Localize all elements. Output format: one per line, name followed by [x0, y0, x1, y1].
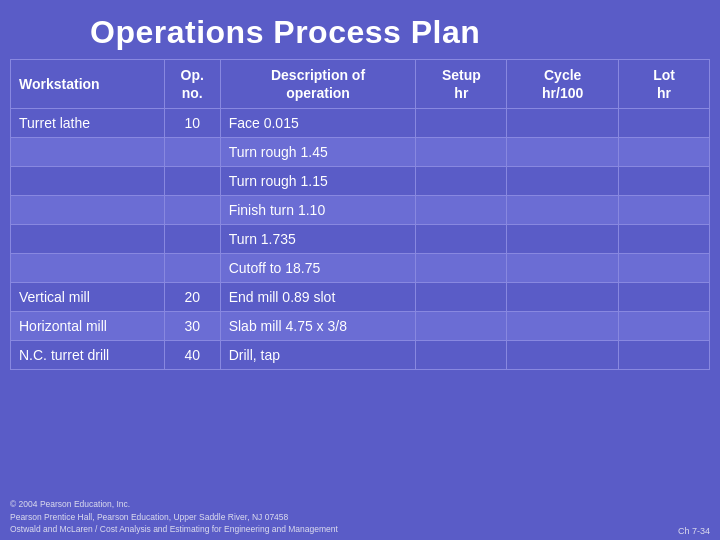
- cell-setup: [416, 312, 507, 341]
- header-cycle: Cyclehr/100: [507, 60, 619, 109]
- cell-lot: [619, 196, 710, 225]
- cell-desc: Cutoff to 18.75: [220, 254, 416, 283]
- operations-table: Workstation Op.no. Description ofoperati…: [10, 59, 710, 370]
- cell-desc: Face 0.015: [220, 109, 416, 138]
- cell-workstation: [11, 138, 165, 167]
- cell-opno: 30: [164, 312, 220, 341]
- cell-setup: [416, 167, 507, 196]
- page: Operations Process Plan Workstation Op.n…: [0, 0, 720, 540]
- cell-opno: [164, 138, 220, 167]
- cell-setup: [416, 109, 507, 138]
- cell-cycle: [507, 109, 619, 138]
- cell-opno: [164, 196, 220, 225]
- cell-lot: [619, 312, 710, 341]
- cell-opno: [164, 167, 220, 196]
- cell-setup: [416, 225, 507, 254]
- cell-workstation: [11, 225, 165, 254]
- cell-cycle: [507, 312, 619, 341]
- cell-lot: [619, 254, 710, 283]
- cell-cycle: [507, 254, 619, 283]
- cell-lot: [619, 167, 710, 196]
- cell-desc: Turn rough 1.45: [220, 138, 416, 167]
- cell-workstation: [11, 254, 165, 283]
- header-lot: Lothr: [619, 60, 710, 109]
- table-row: Finish turn 1.10: [11, 196, 710, 225]
- cell-setup: [416, 341, 507, 370]
- table-body: Turret lathe10Face 0.015Turn rough 1.45T…: [11, 109, 710, 370]
- cell-opno: 40: [164, 341, 220, 370]
- table-row: Turret lathe10Face 0.015: [11, 109, 710, 138]
- cell-workstation: N.C. turret drill: [11, 341, 165, 370]
- cell-lot: [619, 225, 710, 254]
- cell-lot: [619, 109, 710, 138]
- table-row: N.C. turret drill40Drill, tap: [11, 341, 710, 370]
- table-row: Turn rough 1.15: [11, 167, 710, 196]
- cell-workstation: Horizontal mill: [11, 312, 165, 341]
- footer: © 2004 Pearson Education, Inc. Pearson P…: [0, 494, 720, 540]
- cell-opno: [164, 254, 220, 283]
- cell-desc: Slab mill 4.75 x 3/8: [220, 312, 416, 341]
- cell-opno: 10: [164, 109, 220, 138]
- table-container: Workstation Op.no. Description ofoperati…: [0, 59, 720, 494]
- cell-cycle: [507, 196, 619, 225]
- title-area: Operations Process Plan: [0, 0, 720, 59]
- cell-cycle: [507, 138, 619, 167]
- table-row: Horizontal mill30Slab mill 4.75 x 3/8: [11, 312, 710, 341]
- header-workstation: Workstation: [11, 60, 165, 109]
- cell-opno: [164, 225, 220, 254]
- cell-desc: Finish turn 1.10: [220, 196, 416, 225]
- cell-opno: 20: [164, 283, 220, 312]
- cell-setup: [416, 254, 507, 283]
- cell-lot: [619, 138, 710, 167]
- table-header: Workstation Op.no. Description ofoperati…: [11, 60, 710, 109]
- footer-right: Ch 7-34: [678, 526, 710, 536]
- header-opno: Op.no.: [164, 60, 220, 109]
- cell-setup: [416, 138, 507, 167]
- page-title: Operations Process Plan: [90, 14, 480, 50]
- table-row: Cutoff to 18.75: [11, 254, 710, 283]
- cell-workstation: [11, 196, 165, 225]
- cell-desc: Turn rough 1.15: [220, 167, 416, 196]
- footer-line1: © 2004 Pearson Education, Inc.: [10, 498, 338, 511]
- header-row: Workstation Op.no. Description ofoperati…: [11, 60, 710, 109]
- cell-cycle: [507, 341, 619, 370]
- table-row: Turn 1.735: [11, 225, 710, 254]
- cell-desc: End mill 0.89 slot: [220, 283, 416, 312]
- footer-left: © 2004 Pearson Education, Inc. Pearson P…: [10, 498, 338, 536]
- cell-cycle: [507, 225, 619, 254]
- cell-desc: Turn 1.735: [220, 225, 416, 254]
- table-row: Vertical mill20End mill 0.89 slot: [11, 283, 710, 312]
- cell-workstation: [11, 167, 165, 196]
- cell-workstation: Turret lathe: [11, 109, 165, 138]
- footer-line3: Ostwald and McLaren / Cost Analysis and …: [10, 523, 338, 536]
- header-desc: Description ofoperation: [220, 60, 416, 109]
- cell-cycle: [507, 283, 619, 312]
- cell-lot: [619, 283, 710, 312]
- cell-workstation: Vertical mill: [11, 283, 165, 312]
- cell-setup: [416, 283, 507, 312]
- cell-desc: Drill, tap: [220, 341, 416, 370]
- cell-setup: [416, 196, 507, 225]
- table-row: Turn rough 1.45: [11, 138, 710, 167]
- footer-line2: Pearson Prentice Hall, Pearson Education…: [10, 511, 338, 524]
- cell-cycle: [507, 167, 619, 196]
- header-setup: Setuphr: [416, 60, 507, 109]
- cell-lot: [619, 341, 710, 370]
